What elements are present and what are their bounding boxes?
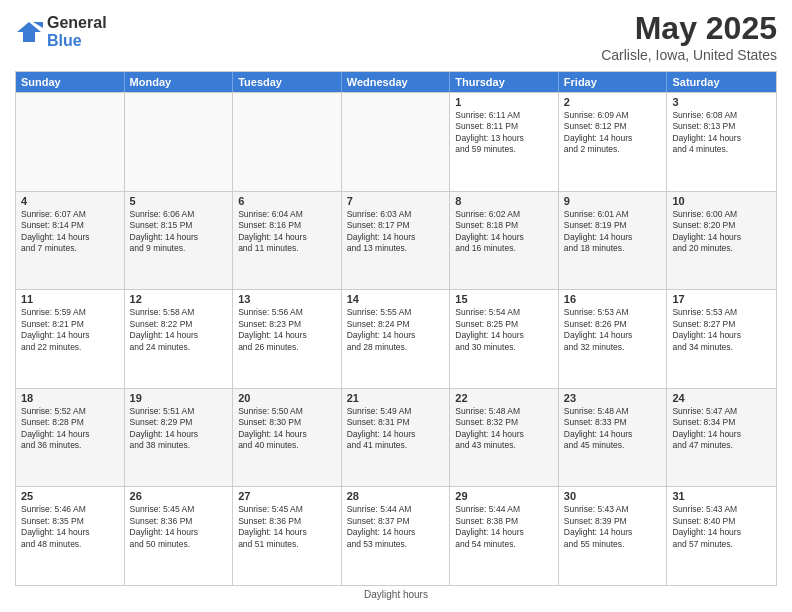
cell-line: Sunset: 8:38 PM bbox=[455, 516, 553, 527]
calendar-cell: 23Sunrise: 5:48 AMSunset: 8:33 PMDayligh… bbox=[559, 389, 668, 487]
calendar-cell: 3Sunrise: 6:08 AMSunset: 8:13 PMDaylight… bbox=[667, 93, 776, 191]
cell-line: Daylight: 14 hours bbox=[672, 527, 771, 538]
calendar-cell: 8Sunrise: 6:02 AMSunset: 8:18 PMDaylight… bbox=[450, 192, 559, 290]
calendar-cell: 28Sunrise: 5:44 AMSunset: 8:37 PMDayligh… bbox=[342, 487, 451, 585]
day-number: 15 bbox=[455, 293, 553, 305]
cell-line: and 36 minutes. bbox=[21, 440, 119, 451]
calendar-cell: 16Sunrise: 5:53 AMSunset: 8:26 PMDayligh… bbox=[559, 290, 668, 388]
cell-line: Daylight: 14 hours bbox=[238, 232, 336, 243]
cell-line: and 48 minutes. bbox=[21, 539, 119, 550]
day-number: 31 bbox=[672, 490, 771, 502]
cell-line: Daylight: 14 hours bbox=[238, 429, 336, 440]
calendar-cell: 12Sunrise: 5:58 AMSunset: 8:22 PMDayligh… bbox=[125, 290, 234, 388]
cell-line: and 22 minutes. bbox=[21, 342, 119, 353]
cell-line: Sunset: 8:36 PM bbox=[238, 516, 336, 527]
cell-line: Daylight: 14 hours bbox=[564, 330, 662, 341]
cell-line: Sunrise: 5:49 AM bbox=[347, 406, 445, 417]
day-number: 2 bbox=[564, 96, 662, 108]
calendar-cell: 21Sunrise: 5:49 AMSunset: 8:31 PMDayligh… bbox=[342, 389, 451, 487]
cell-line: and 24 minutes. bbox=[130, 342, 228, 353]
footer-note: Daylight hours bbox=[15, 586, 777, 602]
cell-line: Sunset: 8:35 PM bbox=[21, 516, 119, 527]
cell-line: Sunset: 8:16 PM bbox=[238, 220, 336, 231]
cell-line: and 59 minutes. bbox=[455, 144, 553, 155]
cell-line: and 16 minutes. bbox=[455, 243, 553, 254]
cell-line: Sunrise: 6:02 AM bbox=[455, 209, 553, 220]
title-block: May 2025 Carlisle, Iowa, United States bbox=[601, 10, 777, 63]
cell-line: Daylight: 14 hours bbox=[672, 429, 771, 440]
cell-line: Sunrise: 5:51 AM bbox=[130, 406, 228, 417]
calendar-cell: 7Sunrise: 6:03 AMSunset: 8:17 PMDaylight… bbox=[342, 192, 451, 290]
cell-line: Sunrise: 6:09 AM bbox=[564, 110, 662, 121]
calendar-cell: 2Sunrise: 6:09 AMSunset: 8:12 PMDaylight… bbox=[559, 93, 668, 191]
day-number: 1 bbox=[455, 96, 553, 108]
day-number: 7 bbox=[347, 195, 445, 207]
cell-line: and 41 minutes. bbox=[347, 440, 445, 451]
cell-line: Daylight: 14 hours bbox=[455, 527, 553, 538]
cell-line: and 9 minutes. bbox=[130, 243, 228, 254]
cell-line: and 43 minutes. bbox=[455, 440, 553, 451]
cell-line: Daylight: 14 hours bbox=[130, 527, 228, 538]
calendar: SundayMondayTuesdayWednesdayThursdayFrid… bbox=[15, 71, 777, 586]
cell-line: and 2 minutes. bbox=[564, 144, 662, 155]
calendar-cell: 15Sunrise: 5:54 AMSunset: 8:25 PMDayligh… bbox=[450, 290, 559, 388]
cell-line: Sunrise: 5:53 AM bbox=[672, 307, 771, 318]
cell-line: Sunrise: 5:58 AM bbox=[130, 307, 228, 318]
calendar-cell: 25Sunrise: 5:46 AMSunset: 8:35 PMDayligh… bbox=[16, 487, 125, 585]
cell-line: Sunset: 8:31 PM bbox=[347, 417, 445, 428]
calendar-cell: 19Sunrise: 5:51 AMSunset: 8:29 PMDayligh… bbox=[125, 389, 234, 487]
cell-line: Sunrise: 6:00 AM bbox=[672, 209, 771, 220]
cell-line: Sunrise: 5:45 AM bbox=[238, 504, 336, 515]
day-number: 3 bbox=[672, 96, 771, 108]
calendar-cell: 20Sunrise: 5:50 AMSunset: 8:30 PMDayligh… bbox=[233, 389, 342, 487]
cell-line: Daylight: 14 hours bbox=[21, 232, 119, 243]
cell-line: Sunrise: 5:53 AM bbox=[564, 307, 662, 318]
cell-line: Sunrise: 5:44 AM bbox=[347, 504, 445, 515]
day-number: 16 bbox=[564, 293, 662, 305]
cell-line: Sunset: 8:27 PM bbox=[672, 319, 771, 330]
calendar-cell: 9Sunrise: 6:01 AMSunset: 8:19 PMDaylight… bbox=[559, 192, 668, 290]
day-number: 24 bbox=[672, 392, 771, 404]
cell-line: Sunset: 8:20 PM bbox=[672, 220, 771, 231]
cell-line: Daylight: 14 hours bbox=[130, 232, 228, 243]
cell-line: Daylight: 14 hours bbox=[564, 133, 662, 144]
cell-line: and 55 minutes. bbox=[564, 539, 662, 550]
cell-line: Sunrise: 5:52 AM bbox=[21, 406, 119, 417]
logo: General Blue bbox=[15, 14, 107, 49]
cell-line: and 54 minutes. bbox=[455, 539, 553, 550]
logo-icon bbox=[15, 18, 43, 46]
cell-line: Sunset: 8:32 PM bbox=[455, 417, 553, 428]
logo-text: General Blue bbox=[47, 14, 107, 49]
cell-line: Sunset: 8:39 PM bbox=[564, 516, 662, 527]
calendar-cell: 17Sunrise: 5:53 AMSunset: 8:27 PMDayligh… bbox=[667, 290, 776, 388]
day-number: 28 bbox=[347, 490, 445, 502]
day-number: 22 bbox=[455, 392, 553, 404]
main-title: May 2025 bbox=[601, 10, 777, 47]
cell-line: Daylight: 14 hours bbox=[21, 429, 119, 440]
day-number: 8 bbox=[455, 195, 553, 207]
day-number: 17 bbox=[672, 293, 771, 305]
day-number: 25 bbox=[21, 490, 119, 502]
page: General Blue May 2025 Carlisle, Iowa, Un… bbox=[0, 0, 792, 612]
calendar-cell: 13Sunrise: 5:56 AMSunset: 8:23 PMDayligh… bbox=[233, 290, 342, 388]
day-number: 5 bbox=[130, 195, 228, 207]
cell-line: Sunrise: 6:06 AM bbox=[130, 209, 228, 220]
cell-line: and 7 minutes. bbox=[21, 243, 119, 254]
cell-line: Daylight: 14 hours bbox=[672, 232, 771, 243]
cell-line: and 38 minutes. bbox=[130, 440, 228, 451]
cell-line: Daylight: 14 hours bbox=[347, 330, 445, 341]
calendar-cell: 18Sunrise: 5:52 AMSunset: 8:28 PMDayligh… bbox=[16, 389, 125, 487]
day-number: 21 bbox=[347, 392, 445, 404]
cell-line: Daylight: 14 hours bbox=[238, 527, 336, 538]
cell-line: Sunset: 8:26 PM bbox=[564, 319, 662, 330]
calendar-week-1: 1Sunrise: 6:11 AMSunset: 8:11 PMDaylight… bbox=[16, 92, 776, 191]
cell-line: Sunset: 8:28 PM bbox=[21, 417, 119, 428]
cell-line: Daylight: 14 hours bbox=[455, 232, 553, 243]
day-number: 14 bbox=[347, 293, 445, 305]
cell-line: Daylight: 14 hours bbox=[21, 527, 119, 538]
cell-line: Daylight: 14 hours bbox=[238, 330, 336, 341]
day-number: 29 bbox=[455, 490, 553, 502]
calendar-cell bbox=[233, 93, 342, 191]
cell-line: and 32 minutes. bbox=[564, 342, 662, 353]
cell-line: Daylight: 14 hours bbox=[130, 330, 228, 341]
